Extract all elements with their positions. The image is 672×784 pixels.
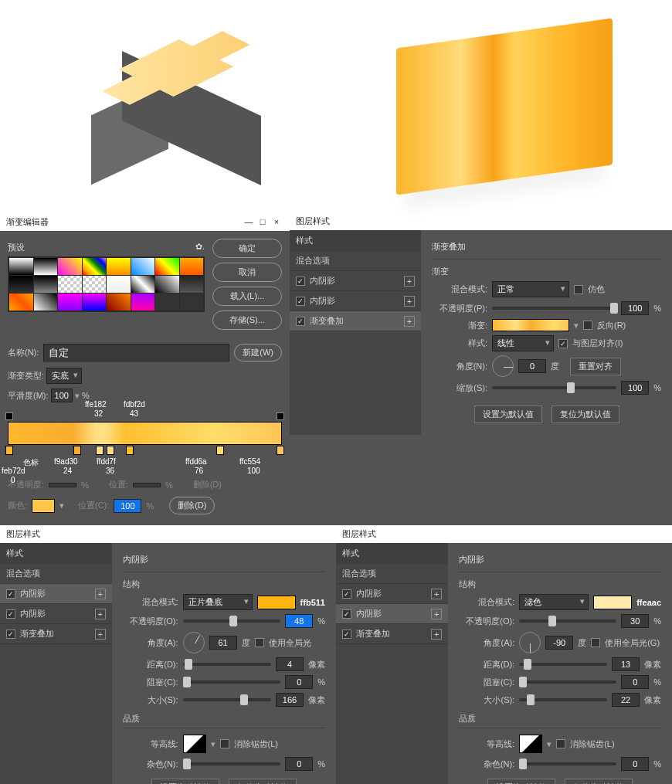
sidebar-item-inner-shadow[interactable]: 内阴影+ xyxy=(0,584,112,604)
color-stop[interactable] xyxy=(5,446,13,455)
noise-slider[interactable] xyxy=(183,762,281,765)
checkbox[interactable] xyxy=(6,589,15,599)
plus-icon[interactable]: + xyxy=(404,316,415,327)
preset-swatch[interactable] xyxy=(58,294,82,311)
color-stop[interactable] xyxy=(216,446,224,455)
blend-options[interactable]: 混合选项 xyxy=(336,564,448,584)
color-picker[interactable] xyxy=(257,596,296,609)
reset-default-button[interactable]: 复位为默认值 xyxy=(229,779,297,784)
opacity-input[interactable] xyxy=(49,483,76,487)
checkbox[interactable] xyxy=(6,630,15,639)
gradient-bar[interactable]: ffe182 fdbf2d 32 43 色标 feb72d 0 f9ad30 2… xyxy=(8,422,282,445)
preset-swatch[interactable] xyxy=(34,294,58,311)
preset-swatch[interactable] xyxy=(131,258,155,275)
plus-icon[interactable]: + xyxy=(404,296,415,307)
new-button[interactable]: 新建(W) xyxy=(234,344,282,361)
cancel-button[interactable]: 取消 xyxy=(212,263,282,282)
preset-swatch[interactable] xyxy=(131,276,155,293)
align-checkbox[interactable] xyxy=(558,339,568,348)
sidebar-item-inner-shadow[interactable]: 内阴影+ xyxy=(336,584,448,604)
preset-swatch[interactable] xyxy=(34,276,58,293)
preset-swatch[interactable] xyxy=(9,276,33,293)
sidebar-item-inner-shadow[interactable]: 内阴影+ xyxy=(290,291,421,311)
preset-swatch[interactable] xyxy=(180,276,204,293)
gradient-picker[interactable] xyxy=(492,319,569,331)
color-stop[interactable] xyxy=(107,446,114,455)
global-light-checkbox[interactable] xyxy=(255,638,264,647)
maximize-button[interactable]: □ xyxy=(256,217,270,226)
preset-swatch[interactable] xyxy=(180,294,204,311)
set-default-button[interactable]: 设置为默认值 xyxy=(474,406,542,423)
reset-align-button[interactable]: 重置对齐 xyxy=(570,358,621,375)
location-input[interactable] xyxy=(133,483,161,487)
preset-swatch[interactable] xyxy=(83,294,107,311)
titlebar[interactable]: 渐变编辑器 — □ × xyxy=(0,212,290,231)
distance-input[interactable]: 13 xyxy=(612,657,640,671)
noise-slider[interactable] xyxy=(519,762,616,765)
preset-swatch[interactable] xyxy=(155,258,179,275)
blend-options[interactable]: 混合选项 xyxy=(290,251,421,271)
angle-dial[interactable] xyxy=(492,355,514,377)
preset-swatch[interactable] xyxy=(107,258,131,275)
sidebar-item-gradient-overlay[interactable]: 渐变叠加+ xyxy=(290,311,421,331)
preset-swatch[interactable] xyxy=(9,294,33,311)
scale-input[interactable]: 100 xyxy=(621,381,649,395)
distance-input[interactable]: 4 xyxy=(276,657,304,671)
plus-icon[interactable]: + xyxy=(431,609,442,619)
preset-swatch[interactable] xyxy=(83,276,107,293)
angle-dial[interactable] xyxy=(519,632,541,653)
delete-button[interactable]: 删除(D) xyxy=(193,479,222,490)
save-button[interactable]: 存储(S)... xyxy=(212,311,282,330)
checkbox[interactable] xyxy=(296,297,305,306)
angle-input[interactable]: -90 xyxy=(545,636,573,650)
contour-picker[interactable] xyxy=(183,735,206,753)
color-chip[interactable] xyxy=(32,499,55,513)
choke-slider[interactable] xyxy=(183,680,281,684)
delete-button[interactable]: 删除(D) xyxy=(169,497,215,514)
sidebar-item-inner-shadow[interactable]: 内阴影+ xyxy=(336,604,448,624)
preset-swatch[interactable] xyxy=(107,294,131,311)
preset-swatch[interactable] xyxy=(58,258,82,275)
reverse-checkbox[interactable] xyxy=(583,321,592,330)
opacity-slider[interactable] xyxy=(183,619,281,623)
opacity-input[interactable]: 100 xyxy=(621,301,649,315)
preset-swatch[interactable] xyxy=(58,276,82,293)
global-light-checkbox[interactable] xyxy=(591,638,600,647)
color-picker[interactable] xyxy=(593,596,632,609)
contour-picker[interactable] xyxy=(519,735,542,753)
preset-swatch[interactable] xyxy=(83,258,107,275)
name-input[interactable] xyxy=(43,344,229,361)
noise-input[interactable]: 0 xyxy=(285,757,313,771)
color-stop[interactable] xyxy=(277,446,284,455)
opacity-stop[interactable] xyxy=(277,412,284,420)
set-default-button[interactable]: 设置为默认值 xyxy=(151,779,219,784)
preset-swatch[interactable] xyxy=(180,258,204,275)
checkbox[interactable] xyxy=(296,277,305,286)
sidebar-item-gradient-overlay[interactable]: 渐变叠加+ xyxy=(336,624,448,644)
type-select[interactable]: 实底 xyxy=(46,368,82,384)
size-slider[interactable] xyxy=(183,698,271,701)
reset-default-button[interactable]: 复位为默认值 xyxy=(565,779,633,784)
preset-swatch[interactable] xyxy=(9,258,33,275)
plus-icon[interactable]: + xyxy=(431,629,442,640)
preset-swatch[interactable] xyxy=(34,258,58,275)
load-button[interactable]: 载入(L)... xyxy=(212,287,282,306)
sidebar-item-gradient-overlay[interactable]: 渐变叠加+ xyxy=(0,624,112,644)
preset-swatch[interactable] xyxy=(107,276,131,293)
opacity-stop[interactable] xyxy=(5,412,13,420)
checkbox[interactable] xyxy=(6,609,15,619)
blend-mode-select[interactable]: 正常 xyxy=(492,281,569,297)
size-slider[interactable] xyxy=(519,698,607,701)
smoothness-input[interactable]: 100 xyxy=(51,389,73,402)
checkbox[interactable] xyxy=(342,589,351,599)
antialias-checkbox[interactable] xyxy=(556,739,565,748)
plus-icon[interactable]: + xyxy=(95,629,106,640)
preset-swatch[interactable] xyxy=(155,294,179,311)
ok-button[interactable]: 确定 xyxy=(212,239,282,258)
blend-mode-select[interactable]: 正片叠底 xyxy=(183,594,253,610)
plus-icon[interactable]: + xyxy=(431,589,442,599)
choke-input[interactable]: 0 xyxy=(285,675,313,689)
blend-options[interactable]: 混合选项 xyxy=(0,564,112,584)
gradient-style-select[interactable]: 线性 xyxy=(492,335,554,351)
location-input[interactable]: 100 xyxy=(114,499,141,513)
